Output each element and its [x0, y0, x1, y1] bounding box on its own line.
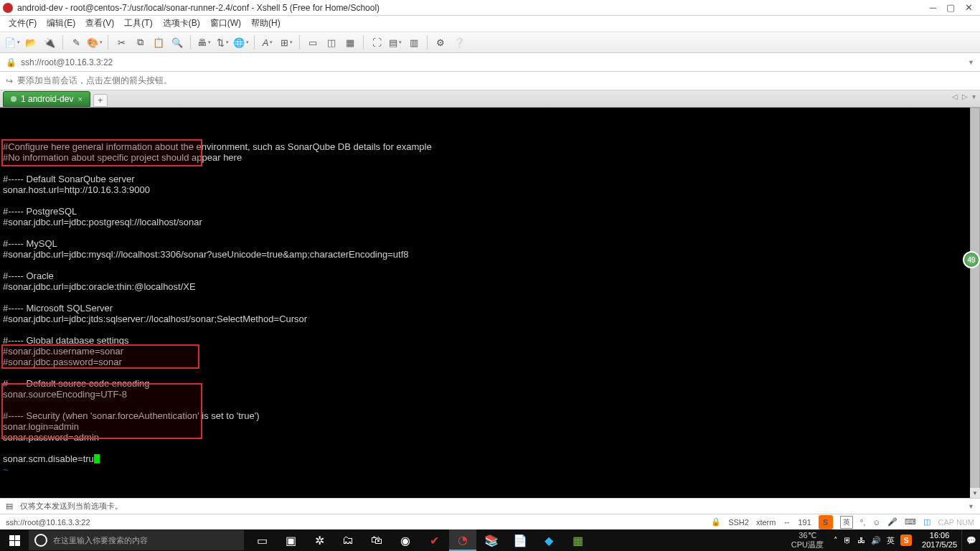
terminal-line: [3, 443, 977, 453]
hint-badge[interactable]: 49: [963, 251, 980, 268]
sogou-ime-icon[interactable]: S: [819, 515, 833, 529]
terminal-line: #----- PostgreSQL: [3, 206, 977, 217]
copy-icon[interactable]: ⧉: [132, 34, 148, 50]
reconnect-icon[interactable]: 🔌: [42, 34, 57, 50]
layout-icon[interactable]: ▤: [387, 34, 403, 50]
tab-next-icon[interactable]: ▷: [962, 93, 968, 100]
menu-tabs[interactable]: 选项卡(B): [163, 17, 200, 30]
terminal-line: [3, 163, 977, 174]
start-button[interactable]: [0, 529, 29, 551]
taskbar-xshell-icon[interactable]: ◔: [449, 529, 476, 551]
address-field[interactable]: ssh://root@10.16.3.3:22: [21, 57, 963, 67]
temp-widget[interactable]: 36℃ CPU温度: [787, 531, 828, 550]
close-button[interactable]: ✕: [965, 2, 973, 13]
settings-icon[interactable]: ⚙: [433, 34, 448, 50]
wand-icon[interactable]: ✎: [68, 34, 84, 50]
screen3-icon[interactable]: ▦: [342, 34, 358, 50]
ime-keyboard-icon[interactable]: ⌨: [905, 517, 916, 527]
ime-grid-icon[interactable]: ◫: [923, 517, 930, 527]
lock-icon: 🔒: [6, 57, 17, 67]
tab-prev-icon[interactable]: ◁: [952, 93, 958, 100]
print-icon[interactable]: 🖶: [196, 34, 212, 50]
app-icon: [3, 3, 13, 13]
taskbar-chrome-icon[interactable]: ▣: [277, 529, 304, 551]
transfer-icon[interactable]: ⇅: [215, 34, 230, 50]
hint-bar: ↪ 要添加当前会话，点击左侧的箭头按钮。: [0, 72, 980, 90]
globe-icon[interactable]: 🌐: [233, 34, 249, 50]
taskbar-app1-icon[interactable]: ✲: [306, 529, 333, 551]
status-size-icon: ↔: [783, 518, 791, 527]
scroll-thumb[interactable]: [970, 108, 980, 498]
clock[interactable]: 16:06 2017/5/25: [918, 531, 961, 550]
maximize-button[interactable]: ▢: [946, 2, 955, 13]
task-view-icon[interactable]: ▭: [248, 529, 275, 551]
tray-vol-icon[interactable]: 🔊: [871, 536, 881, 545]
menu-window[interactable]: 窗口(W): [210, 17, 241, 30]
taskbar-app3-icon[interactable]: ◆: [535, 529, 562, 551]
tab-bar: 1 android-dev × + ◁ ▷ ▾: [0, 90, 980, 108]
terminal-line: sonar.host.url=http://10.16.3.3:9000: [3, 184, 977, 195]
tray-net-icon[interactable]: 🖧: [857, 536, 865, 545]
terminal-line: #----- Microsoft SQLServer: [3, 303, 977, 314]
tab-menu-icon[interactable]: ▾: [972, 93, 976, 100]
tray-sogou-icon[interactable]: S: [900, 534, 912, 546]
scroll-down-icon[interactable]: ▼: [970, 488, 980, 498]
send-icon: ▤: [6, 501, 13, 511]
menu-file[interactable]: 文件(F): [9, 17, 37, 30]
taskbar-excel-icon[interactable]: ▦: [564, 529, 591, 551]
terminal-line: #sonar.jdbc.password=sonar: [3, 357, 977, 367]
cut-icon[interactable]: ✂: [113, 34, 129, 50]
terminal-line: [3, 400, 977, 410]
new-session-icon[interactable]: 📄: [4, 34, 20, 50]
terminal[interactable]: ▲ ▼ 49 #Configure here general informati…: [0, 108, 980, 498]
taskbar-explorer-icon[interactable]: 🗂: [334, 529, 362, 551]
terminal-line: #sonar.jdbc.username=sonar: [3, 346, 977, 357]
fullscreen-icon[interactable]: ⛶: [369, 34, 385, 50]
encoding-icon[interactable]: ⊞: [278, 34, 294, 50]
screen1-icon[interactable]: ▭: [305, 34, 321, 50]
ime-punct-icon[interactable]: °,: [860, 518, 865, 527]
tab-close-icon[interactable]: ×: [77, 95, 82, 103]
menu-bar: 文件(F) 编辑(E) 查看(V) 工具(T) 选项卡(B) 窗口(W) 帮助(…: [0, 16, 980, 32]
menu-edit[interactable]: 编辑(E): [47, 17, 75, 30]
terminal-line: #----- Security (when 'sonar.forceAuthen…: [3, 410, 977, 421]
lang-indicator[interactable]: 英: [840, 516, 853, 529]
color-icon[interactable]: 🎨: [87, 34, 103, 50]
scrollbar[interactable]: ▲ ▼: [970, 108, 980, 498]
help-icon[interactable]: ❔: [451, 34, 467, 50]
windows-search[interactable]: 在这里输入你要搜索的内容: [29, 530, 244, 550]
ime-smile-icon[interactable]: ☺: [872, 518, 880, 527]
paste-icon[interactable]: 📋: [151, 34, 166, 50]
tab-android-dev[interactable]: 1 android-dev ×: [3, 91, 90, 107]
tray-up-icon[interactable]: ˄: [834, 536, 838, 545]
menu-tools[interactable]: 工具(T): [124, 17, 152, 30]
status-send-row: ▤ 仅将文本发送到当前选项卡。 ▼: [0, 498, 980, 514]
new-tab-button[interactable]: +: [93, 94, 108, 107]
open-icon[interactable]: 📂: [23, 34, 39, 50]
terminal-line: [3, 195, 977, 206]
menu-help[interactable]: 帮助(H): [251, 17, 281, 30]
terminal-line: [3, 367, 977, 378]
send-text: 仅将文本发送到当前选项卡。: [20, 501, 123, 512]
tile-icon[interactable]: ▥: [406, 34, 422, 50]
address-dropdown-icon[interactable]: ▼: [968, 59, 974, 66]
arrow-icon[interactable]: ↪: [6, 76, 13, 86]
terminal-line: [3, 292, 977, 303]
ime-mic-icon[interactable]: 🎤: [887, 517, 897, 527]
taskbar-chrome2-icon[interactable]: ◉: [392, 529, 419, 551]
taskbar-notepad-icon[interactable]: 📄: [507, 529, 534, 551]
screen2-icon[interactable]: ◫: [324, 34, 339, 50]
taskbar-app2-icon[interactable]: ✔: [420, 529, 448, 551]
search-placeholder: 在这里输入你要搜索的内容: [53, 535, 148, 546]
tray-lang[interactable]: 英: [887, 535, 895, 546]
minimize-button[interactable]: ─: [930, 2, 936, 13]
notification-icon[interactable]: 💬: [961, 529, 980, 551]
taskbar-notes-icon[interactable]: 📚: [478, 529, 505, 551]
font-icon[interactable]: A: [260, 34, 275, 50]
send-dropdown-icon[interactable]: ▼: [968, 503, 974, 510]
taskbar-store-icon[interactable]: 🛍: [363, 529, 390, 551]
status-dot-icon: [11, 96, 17, 102]
find-icon[interactable]: 🔍: [169, 34, 185, 50]
menu-view[interactable]: 查看(V): [85, 17, 114, 30]
tray-shield-icon[interactable]: ⛨: [844, 536, 852, 545]
